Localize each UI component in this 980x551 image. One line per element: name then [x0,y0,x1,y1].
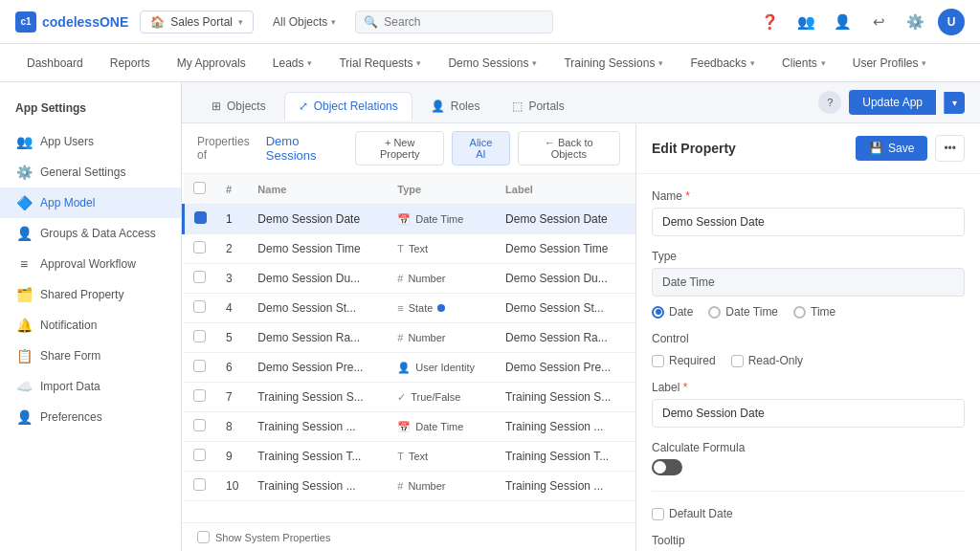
table-row[interactable]: 2 Demo Session Time T Text Demo Session … [184,234,636,264]
sidebar-item-share-form[interactable]: 📋 Share Form [0,341,181,371]
table-row[interactable]: 6 Demo Session Pre... 👤 User Identity De… [184,353,636,383]
app-logo[interactable]: c1 codelessONE [15,11,128,33]
required-checkbox-item[interactable]: Required [652,354,716,367]
nav-my-approvals[interactable]: My Approvals [166,49,257,77]
row-type: 👤 User Identity [388,353,496,383]
table-row[interactable]: 7 Training Session S... ✓ True/False Tra… [184,383,636,412]
properties-list: Properties of Demo Sessions + New Proper… [182,123,635,551]
user-icon[interactable]: 👤 [829,9,856,35]
tab-objects[interactable]: ⊞ Objects [197,92,280,121]
table-row[interactable]: 3 Demo Session Du... # Number Demo Sessi… [184,264,636,294]
edit-panel-actions: 💾 Save ••• [856,135,965,162]
name-field-group: Name * [652,189,965,236]
row-type: # Number [388,472,496,501]
row-checkbox[interactable] [193,330,206,342]
help-circle-icon[interactable]: ? [818,91,841,114]
tab-portals[interactable]: ⬚ Portals [498,92,578,121]
table-row[interactable]: 1 Demo Session Date 📅 Date Time Demo Ses… [184,205,636,234]
tab-object-relations[interactable]: ⤢ Object Relations [284,92,412,121]
table-row[interactable]: 9 Training Session T... T Text Training … [184,442,636,472]
table-row[interactable]: 8 Training Session ... 📅 Date Time Train… [184,412,636,442]
row-checkbox[interactable] [193,478,206,491]
nav-dashboard[interactable]: Dashboard [15,49,95,77]
app-icon: 🏠 [150,15,165,29]
radio-date[interactable]: Date [652,305,693,319]
model-icon: 🔷 [15,195,33,210]
label-required-indicator: * [683,381,688,394]
sidebar-item-app-model[interactable]: 🔷 App Model [0,187,181,218]
nav-reports[interactable]: Reports [99,49,162,77]
save-button[interactable]: 💾 Save [856,136,927,161]
show-system-checkbox[interactable] [197,531,210,543]
select-all-checkbox[interactable] [193,182,206,194]
update-app-dropdown-button[interactable]: ▾ [944,92,965,114]
nav-demo-sessions[interactable]: Demo Sessions ▾ [436,49,548,77]
show-system-properties[interactable]: Show System Properties [182,522,635,551]
type-field-group: Type Date Time Date Date Time [652,250,965,319]
sidebar-item-app-users[interactable]: 👥 App Users [0,126,181,157]
settings-icon[interactable]: ⚙️ [902,9,928,35]
sidebar-item-preferences[interactable]: 👤 Preferences [0,402,181,432]
sidebar-item-shared-property[interactable]: 🗂️ Shared Property [0,279,181,310]
calculate-formula-toggle[interactable] [652,459,682,475]
relations-tab-icon: ⤢ [299,99,308,113]
row-checkbox[interactable] [193,300,206,313]
tab-roles[interactable]: 👤 Roles [416,92,495,121]
object-name-link[interactable]: Demo Sessions [266,134,347,163]
avatar[interactable]: U [938,9,965,35]
back-to-objects-button[interactable]: ← Back to Objects [518,131,620,165]
all-objects-selector[interactable]: All Objects ▾ [265,11,344,33]
help-icon[interactable]: ❓ [756,9,783,35]
sidebar-item-notification[interactable]: 🔔 Notification [0,310,181,341]
row-name: Training Session S... [248,383,388,412]
workflow-icon: ≡ [15,256,33,272]
app-selector[interactable]: 🏠 Sales Portal ▾ [140,11,254,33]
radio-time[interactable]: Time [793,305,835,319]
row-num: 8 [216,412,248,442]
search-input[interactable] [384,15,544,29]
control-field-group: Control Required Read-Only [652,332,965,367]
shared-icon: 🗂️ [15,287,33,302]
new-property-button[interactable]: + New Property [355,131,444,165]
table-row[interactable]: 5 Demo Session Ra... # Number Demo Sessi… [184,323,636,353]
row-checkbox[interactable] [193,241,206,253]
more-options-button[interactable]: ••• [935,135,965,162]
read-only-checkbox-item[interactable]: Read-Only [731,354,803,367]
nav-training-sessions[interactable]: Training Sessions ▾ [552,49,675,77]
row-num: 9 [216,442,248,472]
nav-leads[interactable]: Leads ▾ [261,49,324,77]
update-app-button[interactable]: Update App [849,90,936,115]
type-display: Date Time [652,268,965,297]
nav-trial-requests[interactable]: Trial Requests ▾ [327,49,433,77]
table-row[interactable]: 4 Demo Session St... ≡ State Demo Sessio… [184,294,636,323]
nav-user-profiles[interactable]: User Profiles ▾ [841,49,939,77]
sidebar-item-import-data[interactable]: ☁️ Import Data [0,371,181,402]
row-checkbox[interactable] [194,211,207,224]
calculate-formula-group: Calculate Formula [652,441,965,475]
row-checkbox[interactable] [193,419,206,431]
ai-button[interactable]: Alice AI [452,131,509,165]
name-label: Name * [652,189,965,203]
nav-clients[interactable]: Clients ▾ [770,49,837,77]
read-only-checkbox[interactable] [731,355,744,367]
row-checkbox[interactable] [193,271,206,283]
sidebar-item-groups-data-access[interactable]: 👤 Groups & Data Access [0,218,181,249]
default-date-checkbox[interactable] [652,508,664,520]
row-checkbox[interactable] [193,360,206,372]
topbar-actions: ❓ 👥 👤 ↩ ⚙️ U [756,9,965,35]
required-checkbox[interactable] [652,355,664,367]
sidebar-item-approval-workflow[interactable]: ≡ Approval Workflow [0,249,181,279]
nav-feedbacks[interactable]: Feedbacks ▾ [679,49,767,77]
chevron-down-icon: ▾ [658,58,663,68]
history-icon[interactable]: ↩ [865,9,892,35]
table-row[interactable]: 10 Training Session ... # Number Trainin… [184,472,636,501]
default-date-checkbox-item[interactable]: Default Date [652,507,965,520]
radio-datetime[interactable]: Date Time [708,305,778,319]
label-input[interactable] [652,399,965,428]
row-checkbox[interactable] [193,389,206,402]
row-checkbox[interactable] [193,449,206,461]
row-label: Training Session T... [496,442,635,472]
sidebar-item-general-settings[interactable]: ⚙️ General Settings [0,157,181,187]
team-icon[interactable]: 👥 [792,9,819,35]
name-input[interactable] [652,208,965,236]
